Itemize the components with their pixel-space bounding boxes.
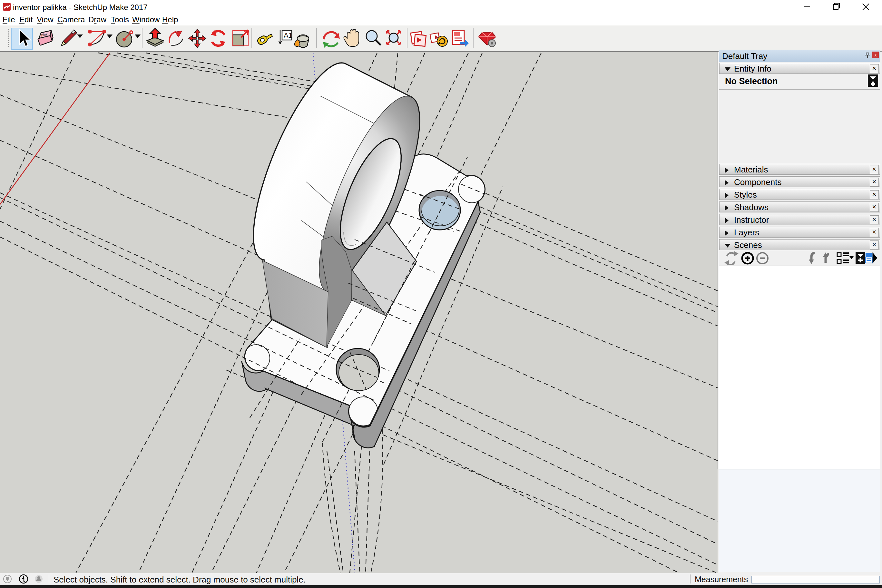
svg-text:A1: A1 xyxy=(284,31,292,39)
